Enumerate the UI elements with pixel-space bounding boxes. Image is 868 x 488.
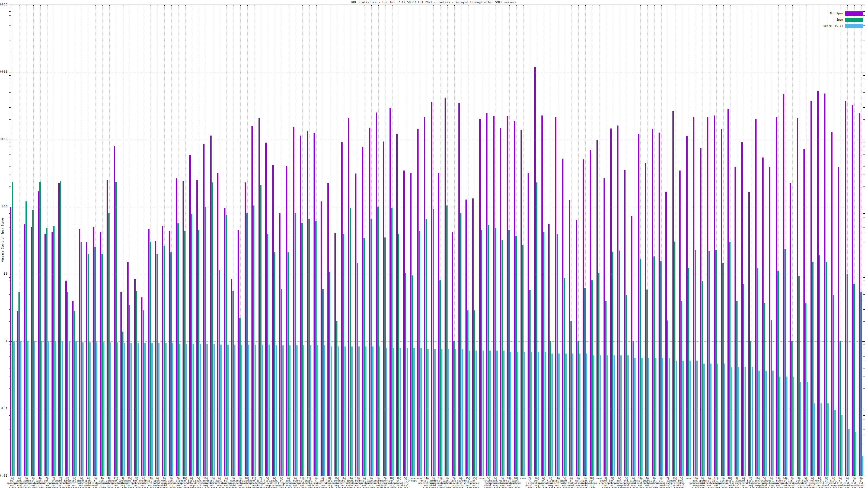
- x-tick: [847, 5, 848, 6]
- not-spam-bar: [534, 67, 536, 476]
- score-bar: [593, 355, 594, 476]
- score-bar: [745, 367, 746, 476]
- x-tick: [785, 5, 786, 6]
- score-bar: [627, 355, 629, 476]
- not-spam-bar: [576, 220, 577, 476]
- spam-bar: [495, 228, 496, 476]
- x-tick: [123, 475, 123, 476]
- spam-bar: [646, 290, 648, 476]
- spam-bar: [433, 209, 434, 476]
- score-bar: [165, 343, 166, 476]
- score-bar: [779, 377, 780, 476]
- not-spam-bar: [307, 131, 308, 476]
- score-bar: [717, 364, 718, 476]
- spam-bar: [743, 284, 744, 476]
- y-minor-tick: [9, 8, 10, 8]
- y-minor-tick: [863, 415, 865, 416]
- y-minor-tick: [863, 146, 865, 147]
- not-spam-bar: [631, 216, 632, 476]
- not-spam-bar: [500, 128, 501, 476]
- spam-bar: [550, 341, 551, 476]
- x-tick: [723, 475, 724, 476]
- spam-bar: [226, 215, 227, 476]
- x-tick: [68, 5, 68, 6]
- x-tick: [571, 5, 572, 6]
- x-tick: [440, 5, 441, 6]
- x-tick: [613, 5, 613, 6]
- x-tick: [178, 5, 179, 6]
- x-tick: [158, 475, 158, 476]
- not-spam-bar: [31, 227, 32, 476]
- spam-bar: [812, 262, 813, 476]
- not-spam-bar: [748, 192, 750, 476]
- not-spam-bar: [652, 129, 653, 476]
- x-tick: [689, 475, 689, 476]
- y-minor-tick: [863, 15, 865, 16]
- x-tick: [123, 5, 123, 6]
- not-spam-bar: [52, 232, 53, 476]
- spam-bar: [522, 245, 524, 476]
- x-tick: [578, 5, 579, 6]
- x-tick: [523, 475, 524, 476]
- not-spam-bar: [789, 183, 791, 476]
- spam-bar: [412, 275, 413, 476]
- x-tick: [102, 475, 102, 476]
- x-tick: [406, 475, 406, 476]
- y-minor-tick: [9, 107, 10, 108]
- x-tick: [509, 5, 510, 6]
- x-label: 9@ 2. list. dnswl. org 2 hops: [852, 477, 868, 488]
- y-tick: [9, 5, 12, 5]
- x-tick: [496, 5, 496, 6]
- y-minor-tick: [863, 345, 865, 345]
- spam-bar: [784, 249, 786, 476]
- y-minor-tick: [9, 20, 10, 20]
- spam-bar: [170, 252, 172, 476]
- score-bar: [434, 349, 436, 476]
- spam-bar: [736, 301, 738, 476]
- x-tick: [158, 5, 158, 6]
- x-tick: [737, 475, 737, 476]
- x-tick: [261, 475, 261, 476]
- x-tick: [247, 475, 248, 476]
- spam-bar: [177, 223, 179, 476]
- y-minor-tick: [863, 75, 865, 76]
- not-spam-bar: [603, 178, 605, 476]
- y-minor-tick: [863, 362, 865, 362]
- x-tick: [716, 5, 717, 6]
- x-tick: [102, 5, 102, 6]
- x-tick: [254, 5, 254, 6]
- not-spam-bar: [272, 165, 274, 476]
- not-spam-bar: [700, 148, 702, 476]
- spam-bar: [839, 341, 841, 476]
- spam-bar: [446, 205, 447, 476]
- spam-bar: [798, 276, 800, 476]
- x-tick: [309, 475, 310, 476]
- y-minor-tick: [863, 254, 865, 254]
- x-tick: [61, 475, 61, 476]
- spam-bar: [578, 341, 579, 476]
- score-bar: [317, 346, 318, 476]
- x-tick: [61, 5, 61, 6]
- spam-bar: [81, 242, 82, 476]
- x-tick: [164, 475, 165, 476]
- x-tick: [75, 5, 75, 6]
- score-bar: [117, 343, 118, 476]
- score-bar: [682, 361, 684, 476]
- y-minor-tick: [863, 174, 865, 175]
- score-bar: [296, 346, 298, 476]
- x-tick: [206, 475, 206, 476]
- x-tick: [185, 475, 186, 476]
- spam-bar: [605, 301, 607, 476]
- score-bar: [158, 343, 159, 476]
- x-tick: [716, 475, 717, 476]
- score-bar: [441, 349, 442, 476]
- spam-bar: [626, 295, 627, 476]
- x-tick: [275, 5, 275, 6]
- score-bar: [13, 341, 14, 476]
- not-spam-bar: [479, 119, 480, 476]
- y-minor-tick: [863, 456, 865, 456]
- spam-bar: [239, 318, 241, 476]
- spam-bar: [681, 301, 682, 476]
- x-tick: [178, 475, 179, 476]
- x-tick: [620, 5, 620, 6]
